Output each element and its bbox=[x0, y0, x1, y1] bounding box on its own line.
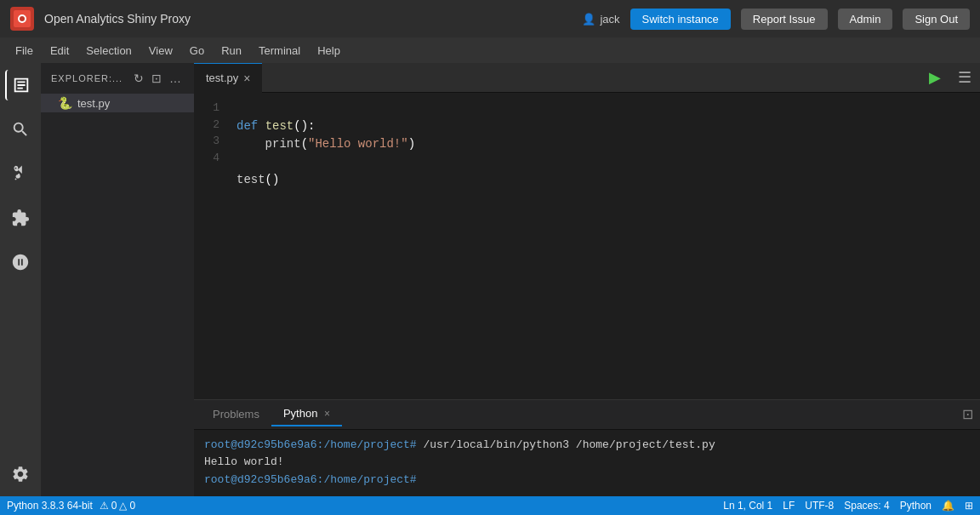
panel-tabs: Problems Python × ⊡ bbox=[194, 400, 980, 430]
sign-out-button[interactable]: Sign Out bbox=[903, 9, 970, 30]
menu-edit[interactable]: Edit bbox=[42, 41, 77, 60]
line-num-4: 4 bbox=[198, 150, 219, 167]
encoding-status[interactable]: UTF-8 bbox=[805, 500, 834, 512]
menu-selection[interactable]: Selection bbox=[77, 41, 140, 60]
menu-file[interactable]: File bbox=[7, 41, 42, 60]
code-content[interactable]: def test(): print("Hello world!") test() bbox=[228, 93, 980, 399]
menu-run[interactable]: Run bbox=[213, 41, 250, 60]
warning-count: 0 bbox=[129, 500, 135, 512]
eol-status[interactable]: LF bbox=[783, 500, 795, 512]
report-issue-button[interactable]: Report Issue bbox=[741, 9, 828, 30]
switch-instance-button[interactable]: Switch instance bbox=[630, 9, 731, 30]
spaces-status[interactable]: Spaces: 4 bbox=[844, 500, 889, 512]
statusbar: Python 3.8.3 64-bit ⚠ 0 △ 0 Ln 1, Col 1 … bbox=[0, 496, 980, 515]
username: jack bbox=[600, 13, 619, 26]
extensions-icon[interactable] bbox=[5, 203, 36, 233]
terminal-content: root@d92c95b6e9a6:/home/project# /usr/lo… bbox=[194, 430, 980, 496]
tab-close-icon[interactable]: × bbox=[243, 72, 250, 85]
source-control-icon[interactable] bbox=[5, 158, 36, 189]
user-info: 👤 jack bbox=[582, 13, 619, 26]
sidebar-header: EXPLORER:... ↻ ⊡ … bbox=[41, 63, 194, 94]
activity-bar bbox=[0, 63, 41, 496]
code-editor[interactable]: 1 2 3 4 def test(): print("Hello world!"… bbox=[194, 93, 980, 399]
panel-expand-icon[interactable]: ⊡ bbox=[962, 406, 973, 422]
svg-point-3 bbox=[20, 16, 25, 21]
user-icon: 👤 bbox=[582, 13, 595, 26]
list-icon[interactable]: ☰ bbox=[949, 68, 980, 87]
terminal-line-1: root@d92c95b6e9a6:/home/project# /usr/lo… bbox=[204, 437, 970, 455]
error-count: 0 bbox=[111, 500, 117, 512]
app-logo bbox=[10, 7, 34, 31]
menu-view[interactable]: View bbox=[140, 41, 181, 60]
debug-icon[interactable] bbox=[5, 247, 36, 278]
python-version-label: Python 3.8.3 64-bit bbox=[7, 500, 93, 512]
terminal-panel: Problems Python × ⊡ root@d92c95b6e9a6:/h… bbox=[194, 399, 980, 496]
tab-python[interactable]: Python × bbox=[271, 402, 342, 426]
warning-icon: △ bbox=[119, 500, 127, 512]
menu-go[interactable]: Go bbox=[181, 41, 213, 60]
line-numbers: 1 2 3 4 bbox=[194, 93, 228, 399]
new-file-icon[interactable]: ⊡ bbox=[150, 70, 164, 87]
file-item-test-py[interactable]: 🐍 test.py bbox=[41, 94, 194, 112]
tab-problems[interactable]: Problems bbox=[201, 403, 271, 426]
terminal-line-2: Hello world! bbox=[204, 454, 970, 472]
settings-icon[interactable] bbox=[5, 459, 36, 489]
editor-area: test.py × ▶ ☰ 1 2 3 4 def test(): print(… bbox=[194, 63, 980, 496]
terminal-line-3: root@d92c95b6e9a6:/home/project# bbox=[204, 472, 970, 489]
python-file-icon: 🐍 bbox=[58, 96, 72, 110]
error-icon: ⚠ bbox=[100, 500, 109, 512]
tab-bar: test.py × ▶ ☰ bbox=[194, 63, 980, 93]
refresh-icon[interactable]: ↻ bbox=[132, 70, 146, 87]
explorer-label: EXPLORER:... bbox=[51, 73, 122, 83]
python-version-status[interactable]: Python 3.8.3 64-bit bbox=[7, 500, 93, 512]
explorer-icon[interactable] bbox=[5, 70, 36, 100]
menu-help[interactable]: Help bbox=[309, 41, 349, 60]
search-icon[interactable] bbox=[5, 114, 36, 145]
errors-status[interactable]: ⚠ 0 △ 0 bbox=[100, 500, 135, 512]
more-options-icon[interactable]: … bbox=[168, 70, 184, 87]
editor-tab-test-py[interactable]: test.py × bbox=[194, 63, 262, 93]
language-status[interactable]: Python bbox=[900, 500, 932, 512]
python-tab-close-icon[interactable]: × bbox=[324, 408, 330, 420]
line-num-2: 2 bbox=[198, 117, 219, 134]
file-name: test.py bbox=[77, 97, 110, 110]
notification-icon[interactable]: 🔔 bbox=[942, 500, 954, 512]
app-title: Open Analytics Shiny Proxy bbox=[44, 12, 572, 26]
admin-button[interactable]: Admin bbox=[838, 9, 893, 30]
run-button[interactable]: ▶ bbox=[920, 68, 949, 87]
tab-filename: test.py bbox=[206, 72, 238, 84]
menu-terminal[interactable]: Terminal bbox=[250, 41, 309, 60]
layout-icon[interactable]: ⊞ bbox=[965, 500, 973, 512]
cursor-position-status[interactable]: Ln 1, Col 1 bbox=[723, 500, 772, 512]
menubar: File Edit Selection View Go Run Terminal… bbox=[0, 37, 980, 63]
line-num-1: 1 bbox=[198, 100, 219, 117]
sidebar: EXPLORER:... ↻ ⊡ … 🐍 test.py bbox=[41, 63, 194, 496]
line-num-3: 3 bbox=[198, 133, 219, 150]
